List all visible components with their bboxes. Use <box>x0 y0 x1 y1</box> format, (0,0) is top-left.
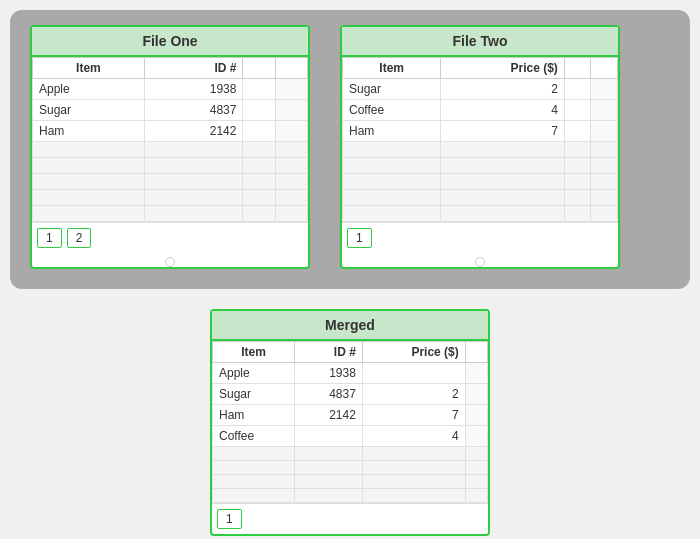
table-row <box>343 190 618 206</box>
table-row <box>33 190 308 206</box>
m-r3-price: 7 <box>362 405 465 426</box>
file-one-dot-area <box>32 253 308 267</box>
main-container: File One Item ID # Apple 1938 <box>0 0 700 539</box>
file-two-dot-area <box>342 253 618 267</box>
file-two-title: File Two <box>342 27 618 57</box>
file-one-pagination: 1 2 <box>32 222 308 253</box>
file-one-table: Item ID # Apple 1938 <box>32 57 308 222</box>
f2-r1-price: 2 <box>441 79 564 100</box>
table-row <box>343 174 618 190</box>
table-row: Ham 7 <box>343 121 618 142</box>
table-row: Apple 1938 <box>213 363 488 384</box>
file-two-box: File Two Item Price ($) Sugar 2 <box>340 25 620 269</box>
file-one-col-extra1 <box>243 58 275 79</box>
merged-page-1[interactable]: 1 <box>217 509 242 529</box>
f2-r3-item: Ham <box>343 121 441 142</box>
f2-r3-price: 7 <box>441 121 564 142</box>
table-row <box>213 475 488 489</box>
table-row <box>343 142 618 158</box>
merged-title: Merged <box>212 311 488 341</box>
f1-r3-item: Ham <box>33 121 145 142</box>
table-row: Sugar 4837 2 <box>213 384 488 405</box>
m-r1-price <box>362 363 465 384</box>
table-row: Apple 1938 <box>33 79 308 100</box>
table-row: Sugar 4837 <box>33 100 308 121</box>
table-row: Coffee 4 <box>213 426 488 447</box>
file-two-page-1[interactable]: 1 <box>347 228 372 248</box>
file-two-col-item: Item <box>343 58 441 79</box>
m-r4-item: Coffee <box>213 426 295 447</box>
file-two-dot <box>475 257 485 267</box>
table-row <box>33 158 308 174</box>
top-panel: File One Item ID # Apple 1938 <box>10 10 690 289</box>
f2-r1-item: Sugar <box>343 79 441 100</box>
table-row <box>33 206 308 222</box>
f1-r1-item: Apple <box>33 79 145 100</box>
m-r2-price: 2 <box>362 384 465 405</box>
f1-r3-id: 2142 <box>144 121 243 142</box>
table-row <box>213 447 488 461</box>
table-row <box>33 174 308 190</box>
file-one-dot <box>165 257 175 267</box>
f2-r2-item: Coffee <box>343 100 441 121</box>
m-r1-id: 1938 <box>295 363 363 384</box>
file-one-col-id: ID # <box>144 58 243 79</box>
merged-table: Item ID # Price ($) Apple 1938 Sugar <box>212 341 488 503</box>
file-one-page-1[interactable]: 1 <box>37 228 62 248</box>
f1-r2-item: Sugar <box>33 100 145 121</box>
m-r4-price: 4 <box>362 426 465 447</box>
merged-col-item: Item <box>213 342 295 363</box>
table-row: Sugar 2 <box>343 79 618 100</box>
file-two-table: Item Price ($) Sugar 2 <box>342 57 618 222</box>
merged-col-id: ID # <box>295 342 363 363</box>
file-one-page-2[interactable]: 2 <box>67 228 92 248</box>
merged-box: Merged Item ID # Price ($) Apple 1938 <box>210 309 490 536</box>
m-r2-item: Sugar <box>213 384 295 405</box>
file-one-col-item: Item <box>33 58 145 79</box>
m-r2-id: 4837 <box>295 384 363 405</box>
f1-r1-id: 1938 <box>144 79 243 100</box>
m-r1-item: Apple <box>213 363 295 384</box>
file-two-pagination: 1 <box>342 222 618 253</box>
table-row <box>213 489 488 503</box>
table-row: Coffee 4 <box>343 100 618 121</box>
bottom-section: Merged Item ID # Price ($) Apple 1938 <box>10 309 690 536</box>
table-row <box>343 158 618 174</box>
file-two-col-extra2 <box>591 58 618 79</box>
table-row <box>33 142 308 158</box>
f1-r2-id: 4837 <box>144 100 243 121</box>
merged-col-price: Price ($) <box>362 342 465 363</box>
m-r4-id <box>295 426 363 447</box>
file-one-col-extra2 <box>275 58 307 79</box>
table-row <box>213 461 488 475</box>
table-row: Ham 2142 7 <box>213 405 488 426</box>
table-row: Ham 2142 <box>33 121 308 142</box>
m-r3-item: Ham <box>213 405 295 426</box>
file-two-col-extra1 <box>564 58 591 79</box>
file-one-title: File One <box>32 27 308 57</box>
file-one-box: File One Item ID # Apple 1938 <box>30 25 310 269</box>
m-r3-id: 2142 <box>295 405 363 426</box>
merged-pagination: 1 <box>212 503 488 534</box>
f2-r2-price: 4 <box>441 100 564 121</box>
merged-col-extra <box>465 342 487 363</box>
table-row <box>343 206 618 222</box>
file-two-col-price: Price ($) <box>441 58 564 79</box>
